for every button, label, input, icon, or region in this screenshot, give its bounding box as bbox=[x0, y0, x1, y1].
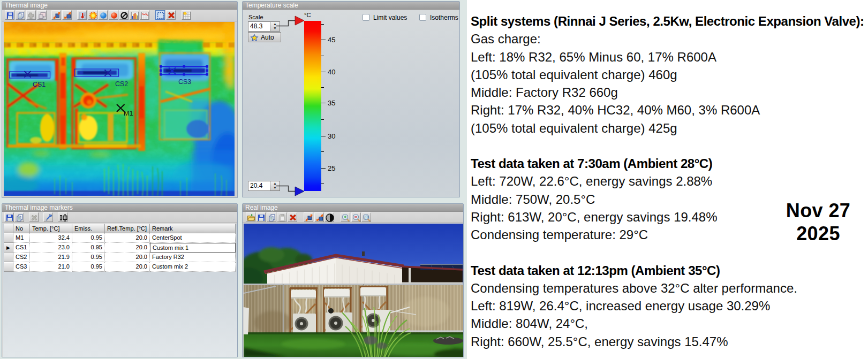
svg-text:35: 35 bbox=[328, 99, 335, 107]
svg-text:40: 40 bbox=[328, 68, 335, 76]
svg-text:(0): (0) bbox=[365, 215, 369, 219]
svg-text:CS1: CS1 bbox=[33, 81, 46, 88]
svg-text:25: 25 bbox=[328, 164, 335, 172]
svg-text:30: 30 bbox=[328, 132, 335, 140]
svg-text:°C: °C bbox=[304, 12, 311, 18]
svg-text:M1: M1 bbox=[124, 110, 133, 117]
svg-text:CS2: CS2 bbox=[115, 80, 128, 88]
svg-text:45: 45 bbox=[328, 36, 335, 44]
svg-text:CS3: CS3 bbox=[178, 78, 191, 86]
